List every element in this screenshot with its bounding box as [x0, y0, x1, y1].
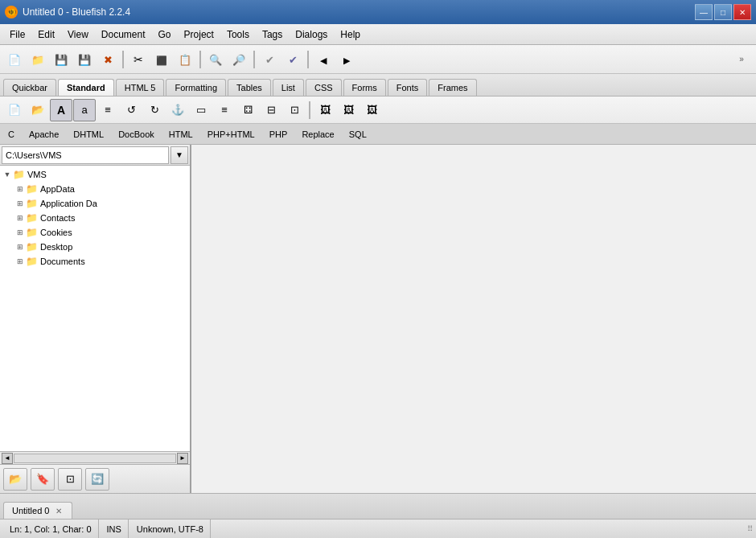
file-panel-header: ▼ [0, 145, 190, 166]
tree-expander: ⊞ [14, 257, 26, 265]
toolbar-btn-paste[interactable] [174, 48, 196, 71]
subtab-formatting[interactable]: Formatting [166, 79, 226, 96]
menu-item-dialogs[interactable]: Dialogs [289, 27, 334, 43]
tree-item-applicationda[interactable]: ⊞📁Application Da [13, 196, 190, 211]
tree-item-appdata[interactable]: ⊞📁AppData [13, 182, 190, 196]
menu-item-help[interactable]: Help [334, 27, 367, 43]
subtab-standard[interactable]: Standard [58, 79, 114, 96]
tree-item-cookies[interactable]: ⊞📁Cookies [13, 225, 190, 240]
menu-item-view[interactable]: View [61, 27, 95, 43]
filter-tab-sql[interactable]: SQL [346, 128, 370, 141]
toolbar-more-button[interactable]: » [730, 48, 753, 71]
tree-expander: ⊞ [14, 243, 26, 251]
toolbar-btn-close-file[interactable] [97, 48, 119, 71]
subtab-html5[interactable]: HTML 5 [116, 79, 165, 96]
bookmark-btn[interactable]: 🔖 [31, 468, 55, 491]
toolbar-btn-prev[interactable] [312, 48, 335, 71]
menu-item-document[interactable]: Document [95, 27, 152, 43]
menu-item-tags[interactable]: Tags [256, 27, 289, 43]
check2-icon [289, 53, 298, 66]
prev-icon [320, 53, 327, 66]
path-input[interactable] [2, 146, 169, 164]
subtoolbar-btn-special-chars[interactable]: ⚃ [236, 99, 259, 121]
subtoolbar-btn-new-doc[interactable]: 📄 [3, 99, 26, 121]
toolbar-btn-save[interactable] [50, 48, 72, 71]
subtoolbar-btn-other[interactable]: ⊡ [283, 99, 306, 121]
refresh-btn[interactable]: 🔄 [85, 468, 109, 491]
tree-item-documents[interactable]: ⊞📁Documents [13, 254, 190, 269]
subtoolbar-btn-anchor[interactable]: ⚓ [166, 99, 189, 121]
subtab-quickbar[interactable]: Quickbar [3, 79, 56, 96]
main-toolbar: » [0, 45, 756, 74]
tab-label: Untitled 0 [12, 506, 49, 515]
filter-tab-dhtml[interactable]: DHTML [70, 128, 107, 141]
tree-item-desktop[interactable]: ⊞📁Desktop [13, 240, 190, 254]
toolbar-separator [253, 51, 255, 68]
subtab-tables[interactable]: Tables [228, 79, 271, 96]
subtab-css[interactable]: CSS [306, 79, 342, 96]
maximize-button[interactable]: □ [714, 4, 732, 20]
menu-item-go[interactable]: Go [152, 27, 178, 43]
new-icon [8, 53, 21, 66]
subtoolbar-btn-hrule[interactable]: ▭ [190, 99, 212, 121]
hscroll-right-btn[interactable]: ► [177, 453, 188, 464]
toolbar-btn-copy[interactable] [150, 48, 173, 71]
filter-btn[interactable]: ⊡ [58, 468, 82, 491]
toolbar-btn-new[interactable] [3, 48, 26, 71]
editor-area [191, 145, 756, 493]
subtoolbar-btn-open-dir[interactable]: 📂 [27, 99, 49, 121]
subtab-forms[interactable]: Forms [343, 79, 386, 96]
filter-tab-c[interactable]: C [5, 128, 18, 141]
subtoolbar-btn-undo[interactable]: ↺ [120, 99, 142, 121]
subtab-fonts[interactable]: Fonts [388, 79, 428, 96]
filter-tab-replace[interactable]: Replace [298, 128, 337, 141]
subtoolbar-btn-image[interactable]: 🖼 [314, 99, 336, 121]
subtoolbar-btn-table[interactable]: ≡ [213, 99, 236, 121]
toolbar-btn-find[interactable] [204, 48, 227, 71]
subtoolbar-btn-image3[interactable]: 🖼 [360, 99, 383, 121]
toolbar-btn-save-as[interactable] [73, 48, 96, 71]
tree-expander: ▼ [2, 170, 13, 179]
folder-icon: 📁 [26, 212, 38, 224]
subtoolbar-btn-align-left[interactable]: ≡ [97, 99, 119, 121]
hscroll-left-btn[interactable]: ◄ [2, 453, 13, 464]
filter-tab-docbook[interactable]: DocBook [115, 128, 158, 141]
subtab-frames[interactable]: Frames [429, 79, 476, 96]
status-mode: INS [101, 520, 129, 538]
tree-item-root[interactable]: ▼📁VMS [0, 167, 190, 182]
file-panel-footer: 📂🔖⊡🔄 [0, 464, 190, 493]
editor-content[interactable] [191, 145, 756, 493]
filter-tab-phphtml[interactable]: PHP+HTML [204, 128, 258, 141]
menu-item-project[interactable]: Project [178, 27, 220, 43]
open-folder-btn[interactable]: 📂 [3, 468, 27, 491]
filter-tab-php[interactable]: PHP [266, 128, 291, 141]
title-buttons: — □ ✕ [695, 4, 751, 20]
toolbar-btn-cut[interactable] [127, 48, 150, 71]
subtoolbar-btn-text-a-small[interactable]: a [73, 99, 96, 121]
toolbar-btn-check1[interactable] [258, 48, 281, 71]
path-dropdown-arrow[interactable]: ▼ [171, 146, 188, 164]
toolbar-btn-open[interactable] [27, 48, 49, 71]
subtoolbar-btn-comment[interactable]: ⊟ [260, 99, 282, 121]
subtab-list[interactable]: List [273, 79, 304, 96]
paste-icon [179, 53, 191, 66]
tab-close-button[interactable]: ✕ [54, 506, 64, 515]
filter-tab-html[interactable]: HTML [166, 128, 196, 141]
editor-tab-untitled0[interactable]: Untitled 0✕ [3, 502, 72, 519]
hscroll-track[interactable] [14, 454, 176, 463]
subtoolbar-btn-redo[interactable]: ↻ [143, 99, 166, 121]
menu-item-file[interactable]: File [3, 27, 31, 43]
minimize-button[interactable]: — [695, 4, 713, 20]
tree-item-contacts[interactable]: ⊞📁Contacts [13, 211, 190, 225]
menu-item-edit[interactable]: Edit [31, 27, 61, 43]
toolbar-btn-check2[interactable] [281, 48, 304, 71]
filter-tab-apache[interactable]: Apache [26, 128, 62, 141]
toolbar-btn-replace[interactable] [228, 48, 250, 71]
toolbar-btn-next[interactable] [335, 48, 358, 71]
file-panel: ▼ ▼📁VMS⊞📁AppData⊞📁Application Da⊞📁Contac… [0, 145, 191, 493]
subtoolbar-btn-text-a-big[interactable]: A [50, 99, 72, 121]
subtoolbar-icons: 📄📂Aa≡↺↻⚓▭≡⚃⊟⊡🖼🖼🖼 [0, 97, 756, 124]
subtoolbar-btn-image2[interactable]: 🖼 [337, 99, 360, 121]
window-close-button[interactable]: ✕ [733, 4, 751, 20]
menu-item-tools[interactable]: Tools [220, 27, 256, 43]
